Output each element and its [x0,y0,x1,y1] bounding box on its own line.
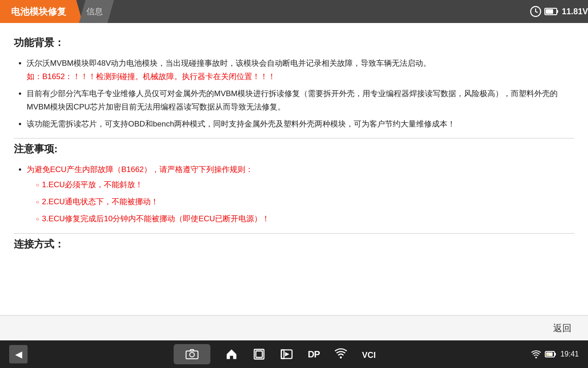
tab-battery-repair[interactable]: 电池模块修复 [0,0,83,23]
notes-item-main: 为避免ECU产生内部故障（B1662），请严格遵守下列操作规则： 1.ECU必须… [27,163,574,226]
svg-rect-2 [546,9,553,14]
section-background: 功能背景： 沃尔沃MVBM模块即48V动力电池模块，当出现碰撞事故时，该模块会自… [14,36,574,131]
wifi-icon [531,349,541,359]
background-text-1-red: 如：B1652：！！！检测到碰撞。机械故障。执行器卡在关闭位置！！！ [27,72,276,81]
sub-warning-list: 1.ECU必须平放，不能斜放！ 2.ECU通电状态下，不能被挪动！ 3.ECU修… [27,178,574,226]
taskbar-battery-icon: ⚡ [545,351,557,358]
camera-icon [186,349,198,360]
voltage-label: 11.81V [562,7,588,17]
dp-button[interactable]: DP [308,349,320,360]
battery-icon [544,7,559,16]
top-bar: 电池模块修复 信息 11.81V [0,0,588,23]
tab-container: 电池模块修复 信息 [0,0,114,23]
warning-main-text: 为避免ECU产生内部故障（B1662），请严格遵守下列操作规则： [27,165,253,174]
svg-rect-7 [256,351,262,357]
tab-inactive-label: 信息 [86,6,103,17]
vci-button[interactable]: VCI [362,348,385,361]
signal-button[interactable] [334,348,347,361]
divider-2 [14,233,574,234]
section-connection-title: 连接方式： [14,237,574,251]
taskbar: ◀ [0,340,588,368]
svg-rect-16 [554,353,556,356]
taskbar-time: 19:41 [560,350,579,358]
signal-icon [334,348,347,361]
tab-active-label: 电池模块修复 [11,6,66,18]
taskbar-center: DP VCI [174,344,385,364]
notes-list: 为避免ECU产生内部故障（B1662），请严格遵守下列操作规则： 1.ECU必须… [14,163,574,226]
media-icon [280,348,293,361]
svg-point-5 [190,352,194,357]
background-item-2: 目前有少部分汽车电子专业维修人员仅可对金属外壳的MVBM模块进行拆读修复（需要拆… [27,87,574,114]
background-item-3: 该功能无需拆读芯片，可支持OBD和bench两种模式，同时支持金属外壳及塑料外壳… [27,118,574,131]
taskbar-left: ◀ [9,345,28,363]
back-arrow-button[interactable]: ◀ [9,345,28,363]
svg-rect-10 [281,350,284,359]
section-notes-title: 注意事项: [14,142,574,156]
warning-text-2: 2.ECU通电状态下，不能被挪动！ [42,196,158,209]
svg-text:VCI: VCI [362,351,376,360]
layers-button[interactable] [253,348,266,361]
section-connection: 连接方式： [14,237,574,251]
taskbar-right: ⚡ 19:41 [531,349,579,359]
layers-icon [253,348,266,361]
home-button[interactable] [225,348,238,361]
sub-warning-1: 1.ECU必须平放，不能斜放！ [36,178,574,192]
divider-1 [14,138,574,138]
section-background-title: 功能背景： [14,36,574,50]
background-item-1: 沃尔沃MVBM模块即48V动力电池模块，当出现碰撞事故时，该模块会自动断电并记录… [27,57,574,84]
tab-info[interactable]: 信息 [79,0,114,23]
background-text-1: 沃尔沃MVBM模块即48V动力电池模块，当出现碰撞事故时，该模块会自动断电并记录… [27,59,431,68]
clock-icon [530,6,542,17]
svg-point-13 [535,357,537,359]
content-footer: 返回 [0,315,588,340]
sub-warning-3: 3.ECU修复完成后10分钟内不能被挪动（即使ECU已断开电源）！ [36,213,574,226]
svg-point-11 [340,356,342,359]
warning-text-3: 3.ECU修复完成后10分钟内不能被挪动（即使ECU已断开电源）！ [42,213,270,226]
back-button[interactable]: 返回 [546,318,579,338]
section-notes: 注意事项: 为避免ECU产生内部故障（B1662），请严格遵守下列操作规则： 1… [14,142,574,226]
home-icon [225,348,238,361]
sub-warning-2: 2.ECU通电状态下，不能被挪动！ [36,196,574,209]
warning-text-1: 1.ECU必须平放，不能斜放！ [42,178,143,192]
svg-marker-9 [285,352,289,356]
svg-text:⚡: ⚡ [546,353,550,356]
media-button[interactable] [280,348,293,361]
main-content: 功能背景： 沃尔沃MVBM模块即48V动力电池模块，当出现碰撞事故时，该模块会自… [0,23,588,315]
background-list: 沃尔沃MVBM模块即48V动力电池模块，当出现碰撞事故时，该模块会自动断电并记录… [14,57,574,131]
battery-status: 11.81V [530,6,588,17]
svg-rect-3 [557,10,558,13]
vci-icon: VCI [362,348,385,361]
camera-button[interactable] [174,344,210,364]
